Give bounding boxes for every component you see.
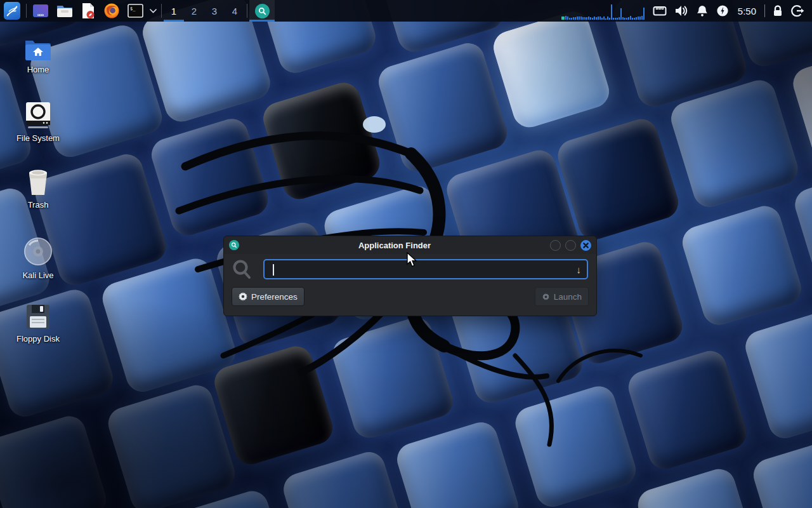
- load-bar: [628, 17, 629, 20]
- load-bar: [584, 17, 586, 20]
- load-bar: [571, 18, 572, 20]
- load-bar: [565, 16, 566, 20]
- load-bar: [601, 18, 603, 20]
- close-button[interactable]: [580, 240, 591, 251]
- workspace-4[interactable]: 4: [225, 0, 245, 22]
- load-bar: [634, 18, 635, 20]
- load-bar: [567, 17, 568, 20]
- titlebar[interactable]: Application Finder: [224, 236, 596, 254]
- app-window-button[interactable]: [29, 0, 53, 22]
- load-bar: [590, 17, 591, 20]
- volume-icon: [674, 4, 688, 17]
- load-bar: [611, 4, 612, 20]
- taskbar-application-finder-button[interactable]: [249, 0, 275, 22]
- log-out-button[interactable]: [787, 0, 812, 22]
- load-bar: [615, 18, 616, 20]
- optical-disc-icon: [23, 236, 53, 267]
- desktop-icon-file-system[interactable]: File System: [5, 102, 71, 143]
- workspace-2[interactable]: 2: [184, 0, 204, 22]
- load-bar: [617, 18, 618, 20]
- load-bar: [569, 18, 570, 20]
- maximize-button[interactable]: [565, 240, 576, 251]
- desktop-icon-label: File System: [16, 133, 60, 143]
- hard-drive-icon: [25, 102, 51, 130]
- trash-icon: [25, 168, 51, 196]
- search-icon-large: [232, 259, 251, 279]
- load-bar: [603, 17, 605, 20]
- load-bar: [594, 17, 595, 20]
- text-caret: [273, 264, 274, 276]
- load-bar: [592, 18, 593, 20]
- application-finder-window: Application Finder ↓: [223, 236, 597, 316]
- wallpaper-cube: [375, 39, 511, 176]
- load-bar: [626, 18, 627, 20]
- clock[interactable]: 5:50: [733, 0, 761, 22]
- load-bar: [641, 16, 643, 20]
- dropdown-arrow-icon[interactable]: ↓: [577, 264, 587, 275]
- workspace-1[interactable]: 1: [164, 0, 184, 22]
- wallpaper-cube: [259, 79, 384, 203]
- wallpaper-cube: [280, 448, 410, 508]
- bell-icon: [696, 4, 709, 18]
- workspace-3[interactable]: 3: [204, 0, 225, 22]
- notifications-button[interactable]: [692, 0, 712, 22]
- log-out-icon: [791, 4, 804, 17]
- desktop-icon-floppy-disk[interactable]: Floppy Disk: [5, 304, 71, 344]
- text-editor-icon: [81, 3, 96, 19]
- network-button[interactable]: [649, 0, 671, 22]
- wallpaper-cube: [742, 304, 812, 443]
- panel-separator: [247, 4, 247, 18]
- chevron-down-icon: [150, 9, 157, 13]
- firefox-button[interactable]: [100, 0, 124, 22]
- file-manager-button[interactable]: [53, 0, 77, 22]
- load-bar: [643, 8, 645, 20]
- load-indicator-dot: [561, 17, 565, 20]
- preferences-button[interactable]: Preferences: [232, 287, 304, 306]
- kali-menu-button[interactable]: [0, 0, 24, 22]
- firefox-icon: [103, 3, 120, 19]
- file-manager-icon: [56, 4, 73, 18]
- load-bar: [588, 17, 589, 20]
- desktop-icon-label: Kali Live: [22, 271, 53, 280]
- load-bar: [609, 18, 610, 20]
- search-icon: [255, 4, 270, 18]
- load-bar: [632, 18, 633, 20]
- load-bar: [580, 17, 582, 20]
- terminal-button[interactable]: $_: [124, 0, 147, 22]
- desktop-icon-kali-live[interactable]: Kali Live: [5, 236, 71, 280]
- floppy-disk-icon: [25, 304, 51, 330]
- kali-desktop: Home File System Trash Kali Live: [0, 0, 812, 508]
- network-wired-icon: [653, 5, 667, 17]
- load-bar: [596, 17, 597, 20]
- text-editor-button[interactable]: [77, 0, 100, 22]
- load-bar: [607, 17, 608, 20]
- system-load-graph: [561, 0, 646, 22]
- launch-label: Launch: [554, 292, 582, 302]
- power-manager-button[interactable]: [712, 0, 733, 22]
- wallpaper-cube: [329, 314, 457, 442]
- volume-button[interactable]: [671, 0, 692, 22]
- wallpaper-cube: [750, 432, 812, 508]
- panel-separator: [161, 4, 162, 18]
- terminal-dropdown-button[interactable]: [147, 0, 159, 22]
- load-bar: [605, 18, 606, 20]
- load-bar: [582, 17, 584, 20]
- wallpaper-cube: [490, 8, 613, 131]
- launch-button[interactable]: Launch: [535, 287, 589, 306]
- load-bar: [624, 18, 625, 20]
- desktop-icon-trash[interactable]: Trash: [5, 168, 71, 210]
- minimize-button[interactable]: [550, 240, 561, 251]
- load-bar: [638, 17, 639, 20]
- search-input[interactable]: ↓: [263, 259, 588, 279]
- gear-icon: [239, 292, 247, 301]
- wallpaper-cube: [393, 418, 523, 508]
- lock-screen-button[interactable]: [768, 0, 787, 22]
- panel-separator: [26, 4, 27, 18]
- load-bars: [565, 3, 645, 20]
- load-bar: [577, 17, 578, 20]
- kali-logo-icon: [4, 2, 20, 20]
- load-bar: [636, 17, 637, 20]
- load-bar: [579, 17, 580, 20]
- load-bar: [613, 18, 614, 20]
- desktop-icon-home[interactable]: Home: [5, 37, 71, 74]
